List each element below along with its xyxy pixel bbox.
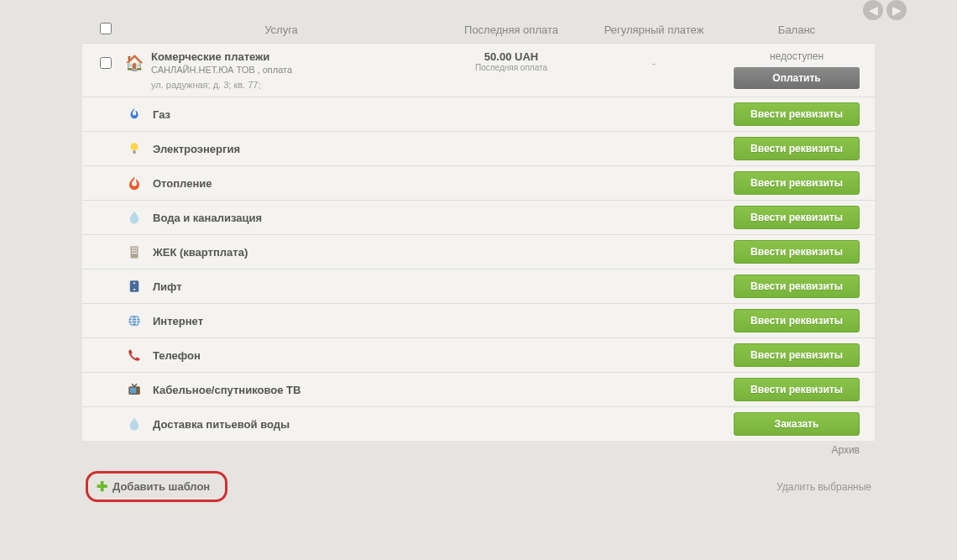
service-row-zhek: ЖЕК (квартплата) Ввести реквизиты	[82, 235, 875, 270]
enter-details-button[interactable]: Ввести реквизиты	[734, 206, 860, 229]
enter-details-button[interactable]: Ввести реквизиты	[734, 171, 860, 195]
top-nav-arrows: ◀ ▶	[863, 0, 907, 20]
service-row-internet: Интернет Ввести реквизиты	[82, 304, 875, 338]
enter-details-button[interactable]: Ввести реквизиты	[734, 343, 860, 367]
enter-details-button[interactable]: Ввести реквизиты	[734, 309, 860, 332]
service-label: Доставка питьевой воды	[146, 418, 725, 431]
drop-icon	[127, 416, 142, 432]
service-row-cable-tv: Кабельное/спутниковое ТВ Ввести реквизит…	[82, 373, 875, 407]
header-service: Услуга	[123, 24, 440, 36]
main-address: ул. радужная; д. 3; кв. 77;	[151, 80, 440, 90]
service-row-phone: Телефон Ввести реквизиты	[82, 338, 875, 373]
service-label: Лифт	[146, 280, 725, 293]
pay-button[interactable]: Оплатить	[734, 67, 860, 89]
tv-icon	[127, 382, 142, 397]
service-row-water-sewage: Вода и канализация Ввести реквизиты	[82, 201, 875, 235]
service-label: Газ	[146, 108, 725, 121]
service-label: ЖЕК (квартплата)	[146, 246, 725, 259]
drop-icon	[127, 210, 142, 225]
service-label: Электроэнергия	[146, 143, 725, 155]
service-row-heating: Отопление Ввести реквизиты	[82, 166, 875, 201]
add-template-label: Добавить шаблон	[112, 480, 210, 493]
service-label: Вода и канализация	[146, 212, 725, 224]
nav-next-icon[interactable]: ▶	[886, 0, 907, 20]
service-label: Интернет	[146, 315, 725, 327]
header-balance: Баланс	[725, 24, 868, 36]
nav-prev-icon[interactable]: ◀	[863, 0, 883, 20]
header-regular-payment: Регулярный платеж	[583, 24, 725, 36]
balance-unavailable: недоступен	[725, 50, 868, 62]
enter-details-button[interactable]: Ввести реквизиты	[734, 378, 860, 401]
add-template-button[interactable]: ✚ Добавить шаблон	[86, 471, 227, 502]
archive-link[interactable]: Архив	[831, 444, 860, 456]
last-label: Последняя оплата	[440, 63, 583, 72]
table-header: Услуга Последняя оплата Регулярный плате…	[82, 17, 875, 44]
main-provider: САНЛАЙН.НЕТ.ЮА ТОВ , оплата	[151, 65, 440, 75]
service-row-electricity: Электроэнергия Ввести реквизиты	[82, 132, 875, 166]
building-icon	[127, 244, 142, 259]
service-label: Отопление	[146, 177, 725, 190]
home-icon: 🏠	[125, 55, 144, 71]
phone-icon	[127, 348, 142, 363]
service-label: Телефон	[146, 349, 725, 362]
main-title: Комерческие платежи	[151, 50, 440, 63]
service-row-water-delivery: Доставка питьевой воды Заказать	[82, 407, 875, 441]
order-button[interactable]: Заказать	[734, 412, 860, 436]
regular-value: -	[583, 50, 725, 70]
globe-icon	[127, 313, 142, 328]
service-row-elevator: Лифт Ввести реквизиты	[82, 270, 875, 304]
enter-details-button[interactable]: Ввести реквизиты	[734, 275, 860, 298]
delete-selected-link[interactable]: Удалить выбранные	[777, 481, 871, 493]
service-row-gas: Газ Ввести реквизиты	[82, 97, 875, 132]
enter-details-button[interactable]: Ввести реквизиты	[734, 240, 860, 264]
gas-icon	[127, 107, 142, 122]
row-checkbox[interactable]	[100, 57, 112, 69]
select-all-checkbox[interactable]	[100, 23, 112, 34]
service-label: Кабельное/спутниковое ТВ	[146, 384, 725, 396]
elevator-icon	[127, 279, 142, 294]
enter-details-button[interactable]: Ввести реквизиты	[734, 102, 860, 126]
plus-icon: ✚	[97, 479, 107, 495]
fire-icon	[127, 175, 142, 191]
enter-details-button[interactable]: Ввести реквизиты	[734, 137, 860, 160]
bulb-icon	[127, 141, 142, 156]
main-payment-row: 🏠 Комерческие платежи САНЛАЙН.НЕТ.ЮА ТОВ…	[82, 44, 875, 97]
last-amount: 50.00 UAH	[440, 50, 583, 63]
header-last-payment: Последняя оплата	[440, 24, 583, 36]
